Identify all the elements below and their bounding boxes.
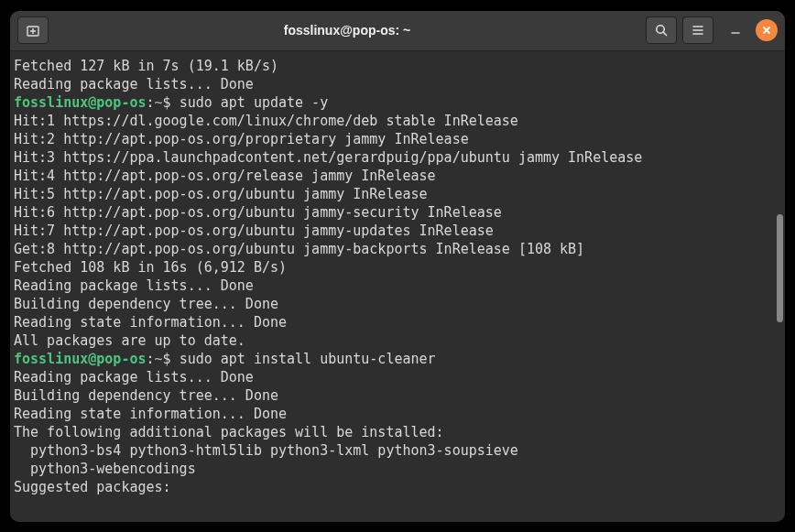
terminal-line: Fetched 127 kB in 7s (19.1 kB/s) [14,57,781,75]
terminal-line: Get:8 http://apt.pop-os.org/ubuntu jammy… [14,240,781,258]
new-tab-button[interactable] [17,16,49,44]
terminal-line: Hit:3 https://ppa.launchpadcontent.net/g… [14,148,781,167]
terminal-line: Hit:5 http://apt.pop-os.org/ubuntu jammy… [14,185,781,203]
terminal-line: Hit:2 http://apt.pop-os.org/proprietary … [14,130,781,148]
terminal-line: python3-bs4 python3-html5lib python3-lxm… [14,441,781,460]
terminal-line: Reading package lists... Done [14,277,781,295]
menu-button[interactable] [682,16,713,44]
prompt-user-host: fosslinux@pop-os [14,351,147,367]
prompt-dollar: $ [163,94,180,111]
terminal-area[interactable]: Fetched 127 kB in 7s (19.1 kB/s)Reading … [10,51,785,522]
terminal-line: Building dependency tree... Done [14,295,781,313]
minimize-icon [730,25,741,36]
close-icon [761,25,772,36]
terminal-line: Reading state information... Done [14,313,781,331]
close-button[interactable] [756,19,778,41]
command-text: sudo apt install ubuntu-cleaner [180,351,436,367]
terminal-line: Reading package lists... Done [14,368,781,386]
hamburger-icon [691,23,705,38]
terminal-line: Hit:7 http://apt.pop-os.org/ubuntu jammy… [14,222,781,240]
terminal-line: python3-webencodings [14,460,781,478]
terminal-line: Hit:4 http://apt.pop-os.org/release jamm… [14,167,781,185]
terminal-line: All packages are up to date. [14,331,781,350]
minimize-button[interactable] [724,19,746,41]
terminal-line: Building dependency tree... Done [14,386,781,405]
new-tab-icon [26,23,40,38]
terminal-line: Suggested packages: [14,478,781,496]
terminal-window: fosslinux@pop-os: ~ [10,11,785,522]
search-button[interactable] [646,16,677,44]
terminal-line: Reading package lists... Done [14,75,781,93]
terminal-content: Fetched 127 kB in 7s (19.1 kB/s)Reading … [14,57,781,496]
command-text: sudo apt update -y [180,94,329,111]
svg-line-4 [663,32,666,35]
window-controls [724,19,778,41]
prompt-separator: : [147,94,155,111]
terminal-line: Reading state information... Done [14,405,781,423]
terminal-line: fosslinux@pop-os:~$ sudo apt install ubu… [14,350,781,368]
window-title: fosslinux@pop-os: ~ [54,23,640,38]
terminal-line: The following additional packages will b… [14,423,781,441]
terminal-line: Hit:1 https://dl.google.com/linux/chrome… [14,112,781,130]
prompt-dollar: $ [163,351,180,367]
prompt-separator: : [147,351,155,367]
terminal-line: Fetched 108 kB in 16s (6,912 B/s) [14,258,781,277]
scrollbar-thumb[interactable] [777,214,783,322]
prompt-path: ~ [155,351,163,367]
terminal-line: fosslinux@pop-os:~$ sudo apt update -y [14,93,781,112]
terminal-line: Hit:6 http://apt.pop-os.org/ubuntu jammy… [14,203,781,222]
titlebar: fosslinux@pop-os: ~ [10,11,785,51]
prompt-user-host: fosslinux@pop-os [14,94,147,111]
search-icon [654,23,669,38]
prompt-path: ~ [155,94,163,111]
